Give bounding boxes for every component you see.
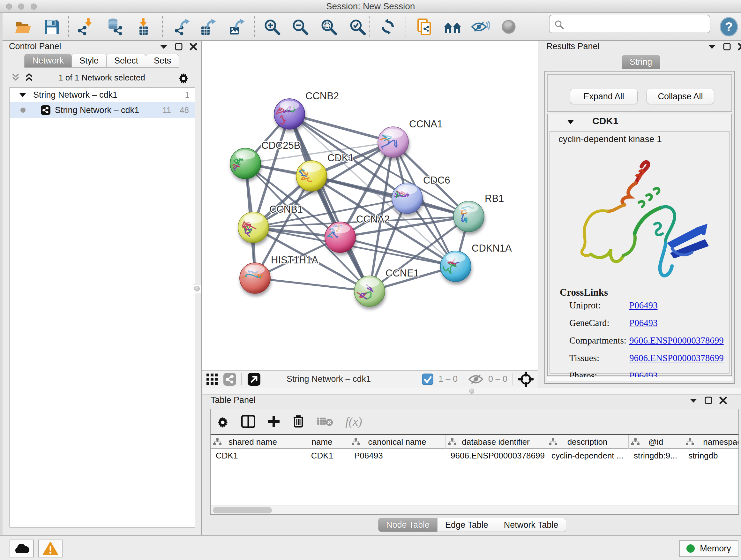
column-header-name[interactable]: name bbox=[295, 435, 349, 449]
collapse-triangle-icon[interactable] bbox=[19, 92, 26, 98]
toolbar-separator bbox=[513, 373, 513, 385]
table-hscrollbar[interactable] bbox=[211, 505, 738, 515]
close-panel-icon[interactable] bbox=[190, 43, 197, 51]
control-panel-splitter-handle[interactable] bbox=[193, 284, 201, 293]
network-options-gear-icon[interactable] bbox=[178, 71, 190, 84]
network-node-count: 11 bbox=[162, 105, 171, 115]
tab-string[interactable]: String bbox=[622, 55, 660, 69]
node-table-box: f(x) shared namenamecanonical namedataba… bbox=[210, 409, 739, 515]
create-column-icon[interactable] bbox=[267, 415, 280, 428]
hidden-eye-icon[interactable] bbox=[468, 374, 483, 385]
tab-edge-table[interactable]: Edge Table bbox=[437, 518, 496, 532]
import-network-file-button[interactable] bbox=[75, 17, 96, 37]
refresh-view-button[interactable] bbox=[378, 17, 398, 37]
expand-all-icon[interactable] bbox=[24, 73, 34, 82]
delete-table-icon[interactable] bbox=[317, 416, 333, 427]
save-session-button[interactable] bbox=[42, 17, 62, 37]
crosslinks-title: CrossLinks bbox=[560, 287, 608, 298]
search-icon bbox=[554, 19, 564, 30]
table-row[interactable]: CDK1CDK1P064939606.ENSP00000378699cyclin… bbox=[211, 449, 738, 462]
show-columns-icon[interactable] bbox=[241, 415, 255, 428]
import-table-file-button[interactable] bbox=[133, 17, 153, 37]
crosslink-link[interactable]: P06493 bbox=[629, 300, 658, 311]
panel-menu-icon[interactable] bbox=[708, 44, 716, 49]
function-builder-icon[interactable]: f(x) bbox=[345, 415, 362, 428]
zoom-in-button[interactable] bbox=[262, 17, 282, 37]
float-panel-icon[interactable] bbox=[704, 396, 712, 404]
tab-style[interactable]: Style bbox=[71, 54, 107, 68]
view-string-icon[interactable] bbox=[223, 373, 236, 386]
help-button[interactable]: ? bbox=[719, 17, 739, 37]
tab-network[interactable]: Network bbox=[24, 54, 72, 68]
network-view[interactable]: CCNB2CCNA1CDC25BCDK1CDC6RB1CCNB1CCNA2CDK… bbox=[202, 41, 538, 370]
zoom-out-button[interactable] bbox=[290, 17, 310, 37]
tab-sets[interactable]: Sets bbox=[146, 54, 179, 68]
birdseye-toggle-icon[interactable] bbox=[518, 372, 534, 387]
column-header-@id[interactable]: @id bbox=[629, 435, 683, 449]
panel-menu-icon[interactable] bbox=[159, 44, 168, 49]
column-header-namespace[interactable]: namespace bbox=[683, 435, 739, 449]
table-cell: CDK1 bbox=[295, 449, 349, 462]
float-panel-icon[interactable] bbox=[723, 43, 731, 51]
toolbar-separator bbox=[68, 16, 69, 37]
network-node-rb1[interactable]: RB1 bbox=[454, 193, 504, 232]
import-network-database-button[interactable] bbox=[105, 17, 125, 37]
hide-graphics-details-button[interactable] bbox=[470, 17, 491, 37]
tab-network-table[interactable]: Network Table bbox=[496, 518, 566, 532]
memory-button[interactable]: Memory bbox=[679, 540, 738, 557]
collapse-all-icon[interactable] bbox=[11, 73, 20, 82]
crosslink-row: Uniprot:P06493 bbox=[550, 300, 729, 318]
cloud-button[interactable] bbox=[10, 540, 34, 557]
results-buttons-box: Expand All Collapse All bbox=[547, 74, 732, 112]
export-image-button[interactable] bbox=[226, 17, 247, 37]
network-collection-row[interactable]: String Network – cdk1 1 bbox=[10, 87, 195, 102]
results-scrollbar[interactable] bbox=[547, 377, 732, 382]
float-panel-icon[interactable] bbox=[175, 43, 183, 51]
bird-eye-view-button[interactable] bbox=[498, 17, 519, 37]
toolbar-separator bbox=[241, 373, 242, 385]
network-node-ccna1[interactable]: CCNA1 bbox=[369, 118, 443, 158]
accordion-collapse-icon[interactable] bbox=[567, 119, 575, 125]
column-header-database-identifier[interactable]: database identifier bbox=[446, 435, 546, 449]
crosslink-label: Tissues: bbox=[569, 353, 599, 363]
table-options-gear-icon[interactable] bbox=[216, 415, 229, 428]
warnings-button[interactable] bbox=[38, 540, 63, 557]
network-node-label: CDC25B bbox=[261, 140, 300, 151]
network-node-label: CCNA2 bbox=[356, 213, 390, 225]
column-header-description[interactable]: description bbox=[546, 435, 629, 449]
window-title: Session: New Session bbox=[0, 1, 741, 11]
delete-column-icon[interactable] bbox=[292, 415, 305, 428]
crosslink-label: GeneCard: bbox=[569, 318, 610, 328]
home-button[interactable] bbox=[442, 17, 463, 37]
crosslink-link[interactable]: 9606.ENSP00000378699 bbox=[629, 335, 724, 346]
zoom-selected-button[interactable] bbox=[347, 17, 367, 37]
network-canvas[interactable]: CCNB2CCNA1CDC25BCDK1CDC6RB1CCNB1CCNA2CDK… bbox=[202, 41, 538, 370]
tab-select[interactable]: Select bbox=[106, 54, 146, 68]
network-view-toolbar: String Network – cdk1 1 – 0 0 – 0 bbox=[202, 370, 538, 388]
crosslink-link[interactable]: 9606.ENSP00000378699 bbox=[629, 353, 724, 363]
horizontal-splitter[interactable] bbox=[202, 388, 741, 395]
network-row-selected[interactable]: String Network – cdk1 11 48 bbox=[10, 102, 195, 118]
crosslink-link[interactable]: P06493 bbox=[629, 318, 658, 328]
column-header-shared-name[interactable]: shared name bbox=[211, 435, 295, 449]
search-input[interactable] bbox=[568, 17, 705, 30]
network-edge-count: 48 bbox=[180, 105, 189, 115]
panel-menu-icon[interactable] bbox=[689, 398, 697, 403]
export-network-button[interactable] bbox=[172, 17, 193, 37]
new-network-from-selection-button[interactable] bbox=[414, 17, 434, 37]
open-session-button[interactable] bbox=[13, 17, 33, 37]
tab-node-table[interactable]: Node Table bbox=[378, 518, 437, 532]
zoom-fit-button[interactable] bbox=[319, 17, 339, 37]
network-node-hist1h1a[interactable]: HIST1H1A bbox=[226, 254, 318, 294]
selected-checkbox-icon[interactable] bbox=[422, 374, 433, 385]
hidden-counts: 0 – 0 bbox=[488, 374, 508, 384]
close-panel-icon[interactable] bbox=[738, 43, 741, 51]
export-table-button[interactable] bbox=[198, 17, 218, 37]
view-grid-icon[interactable] bbox=[206, 373, 218, 385]
collapse-all-button[interactable]: Collapse All bbox=[647, 89, 714, 104]
expand-all-button[interactable]: Expand All bbox=[570, 89, 637, 104]
detach-view-icon[interactable] bbox=[247, 372, 261, 386]
column-header-canonical-name[interactable]: canonical name bbox=[349, 435, 446, 449]
close-panel-icon[interactable] bbox=[719, 396, 727, 404]
search-field bbox=[549, 15, 711, 33]
